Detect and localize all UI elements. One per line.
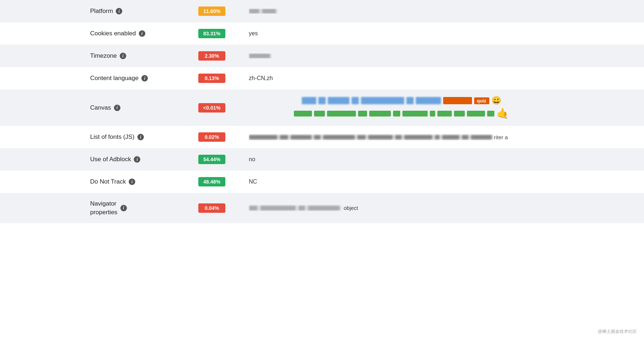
canvas-green-block <box>402 111 428 116</box>
info-icon-timezone[interactable]: i <box>120 53 126 59</box>
info-icon-use-of-adblock[interactable]: i <box>134 156 140 163</box>
canvas-blue-block <box>302 97 316 104</box>
row-cookies-enabled: Cookies enabledi83.31%yes <box>0 22 644 45</box>
info-icon-canvas[interactable]: i <box>114 105 120 111</box>
canvas-blue-block <box>361 97 404 104</box>
nav-object-text: object <box>344 205 358 211</box>
badge-cookies-enabled: 83.31% <box>198 29 225 38</box>
canvas-blue-block <box>328 97 349 104</box>
canvas-green-block <box>358 111 367 116</box>
row-do-not-track: Do Not Tracki48.48%NC <box>0 171 644 193</box>
font-blurred-block <box>462 135 469 140</box>
font-blurred-block <box>357 135 366 140</box>
canvas-emoji-2: 🤙 <box>497 107 509 119</box>
value-do-not-track: NC <box>249 179 554 185</box>
row-canvas: Canvasi<0.01%quiz😀🤙 <box>0 89 644 126</box>
value-use-of-adblock: no <box>249 156 554 163</box>
font-trailing-text: riter a <box>494 134 508 140</box>
label-text-do-not-track: Do Not Track <box>90 178 126 185</box>
badge-container-cookies-enabled: 83.31% <box>198 29 249 38</box>
nav-blurred-3 <box>298 206 305 211</box>
label-timezone: Timezonei <box>90 52 198 60</box>
canvas-orange-block <box>443 97 472 104</box>
badge-container-canvas: <0.01% <box>198 103 249 113</box>
font-blurred-block <box>435 135 440 140</box>
badge-platform: 11.60% <box>198 6 225 16</box>
label-platform: Platformi <box>90 8 198 15</box>
value-content-language: zh-CN,zh <box>249 75 554 82</box>
blurred-value <box>262 9 276 14</box>
badge-container-platform: 11.60% <box>198 6 249 16</box>
nav-blurred-4 <box>308 206 340 211</box>
label-text-list-of-fonts: List of fonts (JS) <box>90 133 134 141</box>
label-text-navigator: Navigatorproperties <box>90 199 118 217</box>
badge-container-timezone: 2.30% <box>198 51 249 61</box>
info-icon-navigator-properties[interactable]: i <box>120 205 127 211</box>
row-list-of-fonts: List of fonts (JS)i0.02%riter a <box>0 126 644 148</box>
badge-container-use-of-adblock: 54.44% <box>198 155 249 164</box>
blurred-value <box>249 9 260 14</box>
canvas-blue-block <box>318 97 326 104</box>
canvas-green-block <box>430 111 435 116</box>
canvas-emoji-1: 😀 <box>491 96 501 105</box>
info-icon-list-of-fonts[interactable]: i <box>137 134 144 140</box>
label-do-not-track: Do Not Tracki <box>90 178 198 185</box>
row-timezone: Timezonei2.30% <box>0 45 644 67</box>
font-blurred-block <box>368 135 393 140</box>
font-blurred-block <box>471 135 492 140</box>
info-icon-do-not-track[interactable]: i <box>129 179 135 185</box>
font-blurred-block <box>290 135 312 140</box>
watermark: @稀土掘金技术社区 <box>598 329 637 335</box>
row-navigator-properties: Navigatorproperties i0.04%object <box>0 193 644 223</box>
canvas-blue-block <box>416 97 441 104</box>
badge-container-list-of-fonts: 0.02% <box>198 132 249 142</box>
label-list-of-fonts: List of fonts (JS)i <box>90 133 198 141</box>
label-canvas: Canvasi <box>90 104 198 111</box>
canvas-green-block <box>467 111 485 116</box>
label-use-of-adblock: Use of Adblocki <box>90 156 198 163</box>
row-content-language: Content languagei0.13%zh-CN,zh <box>0 67 644 89</box>
canvas-blue-block <box>352 97 359 104</box>
font-blurred-block <box>395 135 402 140</box>
canvas-quiz-label: quiz <box>474 97 489 104</box>
badge-do-not-track: 48.48% <box>198 177 225 186</box>
nav-blurred-1 <box>249 206 258 211</box>
canvas-green-block <box>487 111 494 116</box>
badge-navigator-properties: 0.04% <box>198 203 225 213</box>
label-cookies-enabled: Cookies enabledi <box>90 30 198 37</box>
font-blurred-block <box>249 135 278 140</box>
value-navigator-properties: object <box>249 205 554 211</box>
font-blurred-block <box>323 135 355 140</box>
value-timezone <box>249 53 554 58</box>
info-icon-platform[interactable]: i <box>116 8 122 14</box>
value-list-of-fonts: riter a <box>249 134 554 140</box>
badge-canvas: <0.01% <box>198 103 225 113</box>
canvas-green-block <box>327 111 356 116</box>
label-navigator-properties: Navigatorproperties i <box>90 199 198 217</box>
font-blurred-block <box>314 135 321 140</box>
badge-container-navigator-properties: 0.04% <box>198 203 249 213</box>
badge-use-of-adblock: 54.44% <box>198 155 225 164</box>
label-text-canvas: Canvas <box>90 104 111 111</box>
label-text-timezone: Timezone <box>90 52 117 60</box>
value-canvas: quiz😀🤙 <box>249 96 554 119</box>
badge-timezone: 2.30% <box>198 51 225 61</box>
font-blurred-block <box>442 135 460 140</box>
info-icon-cookies-enabled[interactable]: i <box>139 30 145 37</box>
badge-content-language: 0.13% <box>198 74 225 83</box>
fingerprint-table: Platformi11.60%Cookies enabledi83.31%yes… <box>0 0 644 339</box>
info-icon-content-language[interactable]: i <box>141 75 148 82</box>
nav-blurred-2 <box>260 206 296 211</box>
badge-container-do-not-track: 48.48% <box>198 177 249 186</box>
row-use-of-adblock: Use of Adblocki54.44%no <box>0 148 644 171</box>
label-text-content-language: Content language <box>90 75 138 82</box>
canvas-line-2: 🤙 <box>294 107 509 119</box>
badge-list-of-fonts: 0.02% <box>198 132 225 142</box>
label-content-language: Content languagei <box>90 75 198 82</box>
canvas-green-block <box>369 111 391 116</box>
label-text-use-of-adblock: Use of Adblock <box>90 156 131 163</box>
blurred-value <box>249 53 270 58</box>
canvas-green-block <box>393 111 400 116</box>
value-cookies-enabled: yes <box>249 30 554 37</box>
badge-container-content-language: 0.13% <box>198 74 249 83</box>
